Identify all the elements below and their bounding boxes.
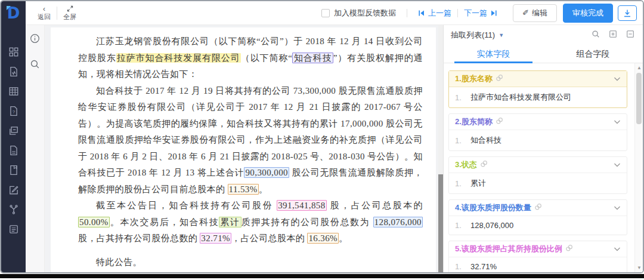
paragraph: 截至本公告日，知合科技持有公司股份 391,541,858 股，占公司总股本的 … [78, 198, 423, 247]
highlight-unpledged-shares[interactable]: 90,300,000 [244, 167, 289, 178]
table-icon[interactable] [8, 86, 19, 97]
prev-article-button[interactable]: 上一篇 [418, 8, 451, 19]
value-index: 1. [455, 179, 470, 188]
paragraph: 知合科技于 2017 年 12 月 19 日将其持有的公司 73,300,000… [78, 83, 423, 198]
document-page: 江苏玉龙钢管股份有限公司（以下简称“公司”）于 2018 年 12 月 14 日… [51, 27, 436, 272]
feedback-checkbox[interactable] [321, 9, 330, 17]
edit-button[interactable]: ✐ 编辑 [513, 4, 557, 22]
document-toolstrip [26, 25, 45, 272]
panel-tabs: 实体字段 组合字段 [444, 45, 643, 63]
doc-text: （以下简称“ [241, 53, 293, 63]
doc-text: 。 [339, 233, 348, 243]
link-icon[interactable] [496, 73, 503, 84]
grid-icon[interactable] [8, 47, 19, 57]
feedback-checkbox-group[interactable]: 加入模型反馈数据 [321, 8, 396, 19]
panel-scrollbar[interactable]: ▲ ▼ [634, 63, 643, 272]
search-icon[interactable] [30, 59, 40, 72]
chevron-down-icon[interactable] [614, 116, 621, 127]
copy-icon[interactable] [8, 125, 19, 136]
extraction-panel: 抽取列表(11) ▼ 实体字段 组合字段 [443, 25, 643, 272]
pencil-icon: ✐ [522, 8, 529, 17]
document-scrollbar-thumb[interactable] [438, 174, 443, 273]
feedback-label: 加入模型反馈数据 [334, 8, 396, 19]
svg-text:?: ? [12, 109, 15, 115]
next-article-button[interactable]: 下一篇 [464, 8, 497, 19]
field-card-shareholder-shortname[interactable]: 2.股东简称 1. 知合科技 [448, 113, 627, 151]
file-question-icon[interactable]: ? [8, 106, 19, 116]
doc-text: 质押其持有的公司股份总数为 [242, 217, 373, 227]
paragraph: 江苏玉龙钢管股份有限公司（以下简称“公司”）于 2018 年 12 月 14 日… [78, 33, 423, 83]
panel-scrollbar-thumb[interactable] [636, 73, 642, 124]
field-value-row[interactable]: 1. 知合科技 [449, 130, 627, 150]
scroll-down-icon[interactable]: ▼ [635, 265, 643, 270]
chevron-down-icon[interactable] [614, 202, 621, 213]
download-button[interactable] [618, 5, 637, 21]
collapse-all-icon[interactable] [626, 30, 634, 41]
highlight-shareholder-name[interactable]: 拉萨市知合科技发展有限公司 [116, 53, 241, 63]
field-card-pledged-ratio[interactable]: 5.该股东质押占其所持股份比例 1. 32.71% [448, 241, 627, 272]
review-complete-button[interactable]: 审核完成 [563, 4, 613, 23]
back-label: 返回 [38, 13, 51, 20]
expand-all-icon[interactable] [609, 30, 617, 41]
field-value-row[interactable]: 1. 拉萨市知合科技发展有限公司 [449, 87, 627, 107]
edit-square-icon[interactable] [8, 184, 19, 195]
chevron-down-icon[interactable] [614, 73, 621, 84]
field-label: 5.该股东质押占其所持股份比例 [455, 244, 562, 254]
value-text: 累计 [470, 178, 486, 189]
field-label: 3.状态 [455, 159, 477, 170]
field-value-row[interactable]: 1. 128,076,000 [449, 216, 627, 235]
doc-text: 。 [259, 184, 268, 194]
doc-text: ，占公司总股本的 [231, 233, 307, 243]
highlight-status[interactable]: 累计 [219, 217, 241, 227]
chevron-down-icon[interactable] [614, 244, 621, 254]
field-value-row[interactable]: 1. 累计 [449, 173, 627, 193]
field-card-shareholder-name[interactable]: 1.股东名称 1. 拉萨市知合科技发展有限公司 [448, 70, 627, 108]
logo-letter: D [7, 5, 20, 21]
value-index: 1. [455, 221, 470, 230]
skip-previous-icon [418, 10, 425, 17]
field-list: 1.股东名称 1. 拉萨市知合科技发展有限公司 2.股东简称 [444, 63, 643, 272]
document-scrollbar[interactable] [438, 25, 443, 272]
link-icon[interactable] [565, 244, 573, 254]
link-icon[interactable] [496, 116, 503, 127]
field-card-status[interactable]: 3.状态 1. 累计 [448, 156, 627, 194]
highlight-pledged-shares[interactable]: 128,076,000 [373, 217, 423, 227]
chevron-down-icon[interactable] [614, 159, 621, 170]
doc-text: 。本次交易后，知合科技 [110, 217, 219, 227]
highlight-pledged-percent-capital[interactable]: 16.36% [307, 233, 339, 244]
expand-icon [67, 5, 73, 13]
document-viewer[interactable]: 江苏玉龙钢管股份有限公司（以下简称“公司”）于 2018 年 12 月 14 日… [45, 25, 443, 272]
pdf-file-icon-2[interactable] [8, 145, 19, 156]
value-index: 1. [455, 136, 470, 145]
extraction-list-title[interactable]: 抽取列表(11) [451, 30, 495, 41]
link-icon[interactable] [480, 159, 488, 170]
fullscreen-label: 全屏 [63, 13, 76, 20]
tab-combined-fields[interactable]: 组合字段 [543, 45, 643, 63]
highlight-held-percent[interactable]: 50.00% [78, 217, 110, 227]
value-index: 1. [455, 93, 470, 102]
fullscreen-button[interactable]: 全屏 [57, 5, 82, 20]
scroll-up-icon[interactable]: ▲ [635, 65, 643, 70]
field-value-row[interactable]: 1. 32.71% [449, 257, 627, 272]
doc-text: 特此公告。 [96, 257, 142, 267]
highlight-pledged-percent[interactable]: 32.71% [200, 233, 231, 244]
panel-search-icon[interactable] [592, 30, 600, 41]
value-index: 1. [455, 262, 470, 271]
file-bookmark-icon[interactable] [8, 165, 19, 176]
tab-entity-fields[interactable]: 实体字段 [444, 45, 543, 63]
caret-down-icon[interactable]: ▼ [499, 32, 504, 38]
app-logo[interactable]: D [1, 1, 26, 25]
doc-text: 截至本公告日，知合科技持有公司股份 [96, 201, 277, 210]
pdf-file-icon[interactable] [8, 66, 19, 77]
list-file-icon[interactable] [8, 224, 19, 235]
info-icon[interactable] [30, 33, 40, 46]
highlight-held-shares[interactable]: 391,541,858 [277, 200, 326, 211]
highlight-shareholder-shortname[interactable]: 知合科技 [292, 53, 333, 63]
app-window: D ? ‹ 返回 [0, 0, 644, 280]
highlight-percent-total-capital[interactable]: 11.53% [228, 184, 259, 195]
field-card-pledged-share-count[interactable]: 4.该股东质押股份数量 1. 128,076,000 [448, 199, 627, 235]
back-button[interactable]: ‹ 返回 [32, 5, 57, 20]
branch-icon[interactable] [8, 204, 19, 215]
link-icon[interactable] [534, 202, 542, 213]
download-icon [623, 8, 631, 18]
